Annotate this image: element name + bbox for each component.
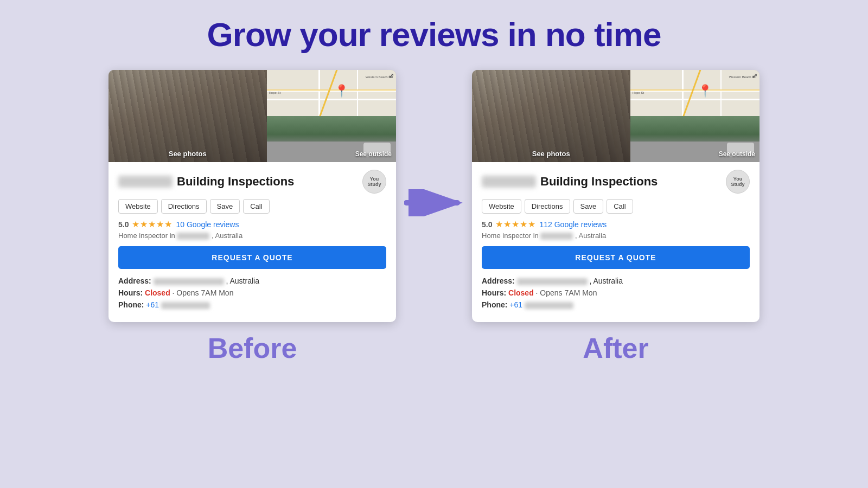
before-google-card: See photos Wes xyxy=(108,70,396,322)
after-call-btn[interactable]: Call xyxy=(607,199,633,214)
before-map-pin: 📍 xyxy=(334,85,349,97)
before-action-buttons: Website Directions Save Call xyxy=(118,199,386,214)
after-business-name-row: Building Inspections xyxy=(482,175,658,189)
after-location-blur xyxy=(540,233,573,240)
after-label: After xyxy=(583,332,648,364)
after-phone-row: Phone: +61 xyxy=(482,300,750,309)
before-call-btn[interactable]: Call xyxy=(243,199,269,214)
after-business-name: Building Inspections xyxy=(540,175,658,189)
before-street-photo: See outside xyxy=(267,116,397,162)
page-title: Grow your reviews in no time xyxy=(207,15,661,54)
after-card-wrapper: See photos Western Beach Rd xyxy=(472,70,760,364)
before-see-outside-label[interactable]: See outside xyxy=(355,150,392,158)
after-map-pin: 📍 xyxy=(698,85,712,97)
before-photo-left: See photos xyxy=(108,70,267,162)
after-business-type: Home inspector in , Australia xyxy=(482,232,750,240)
before-see-photos-label[interactable]: See photos xyxy=(169,150,207,158)
before-opens-text: · Opens 7AM Mon xyxy=(173,288,234,297)
before-business-header: Building Inspections YouStudy xyxy=(118,170,386,194)
before-card-wrapper: See photos Wes xyxy=(108,70,396,364)
before-card-body: Building Inspections YouStudy Website Di… xyxy=(108,162,396,322)
before-address-blur xyxy=(154,278,224,285)
before-website-btn[interactable]: Website xyxy=(118,199,158,214)
before-logo: YouStudy xyxy=(362,170,386,194)
before-stars: ★★★★★ xyxy=(132,219,173,229)
after-phone-link[interactable]: +61 xyxy=(509,300,522,309)
after-street-photo: See outside xyxy=(630,116,760,162)
before-blurred-name xyxy=(118,176,173,188)
before-phone-row: Phone: +61 xyxy=(118,300,386,309)
before-photo-strip: See photos Wes xyxy=(108,70,396,162)
after-see-photos-label[interactable]: See photos xyxy=(532,150,570,158)
after-rating: 5.0 xyxy=(482,220,492,229)
before-save-btn[interactable]: Save xyxy=(210,199,240,214)
before-map: Western Beach Rd Hope St 📍 ⤢ xyxy=(267,70,397,116)
before-label: Before xyxy=(208,332,297,364)
before-phone-blur xyxy=(161,302,210,309)
before-business-name-row: Building Inspections xyxy=(118,175,294,189)
after-map-expand[interactable]: ⤢ xyxy=(752,72,757,80)
before-location-blur xyxy=(177,233,209,240)
after-card-body: Building Inspections YouStudy Website Di… xyxy=(472,162,760,322)
after-directions-btn[interactable]: Directions xyxy=(525,199,570,214)
before-rating: 5.0 xyxy=(118,220,129,229)
direction-arrow xyxy=(404,189,464,216)
before-photo-right: Western Beach Rd Hope St 📍 ⤢ See outside xyxy=(267,70,397,162)
after-save-btn[interactable]: Save xyxy=(573,199,604,214)
after-address-row: Address: , Australia xyxy=(482,277,750,285)
cards-comparison-row: See photos Wes xyxy=(0,70,868,364)
before-business-type: Home inspector in , Australia xyxy=(118,232,386,240)
arrow-container xyxy=(396,189,472,216)
after-reviews-link[interactable]: 112 Google reviews xyxy=(539,220,607,229)
before-reviews-row: 5.0 ★★★★★ 10 Google reviews xyxy=(118,219,386,229)
after-address-blur xyxy=(517,278,588,285)
after-hours-row: Hours: Closed · Opens 7AM Mon xyxy=(482,288,750,297)
after-request-quote-btn[interactable]: REQUEST A QUOTE xyxy=(482,246,750,269)
after-business-header: Building Inspections YouStudy xyxy=(482,170,750,194)
before-reviews-link[interactable]: 10 Google reviews xyxy=(176,220,239,229)
after-website-btn[interactable]: Website xyxy=(482,199,521,214)
after-closed-text: Closed xyxy=(508,288,534,297)
after-opens-text: · Opens 7AM Mon xyxy=(536,288,597,297)
after-photo-left: See photos xyxy=(472,70,630,162)
after-blurred-name xyxy=(482,176,536,188)
before-address-row: Address: , Australia xyxy=(118,277,386,285)
before-hours-row: Hours: Closed · Opens 7AM Mon xyxy=(118,288,386,297)
after-phone-blur xyxy=(525,302,573,309)
after-logo: YouStudy xyxy=(726,170,750,194)
after-map: Western Beach Rd Hope St 📍 ⤢ xyxy=(630,70,760,116)
after-action-buttons: Website Directions Save Call xyxy=(482,199,750,214)
after-google-card: See photos Western Beach Rd xyxy=(472,70,760,322)
before-map-expand[interactable]: ⤢ xyxy=(388,72,394,80)
before-request-quote-btn[interactable]: REQUEST A QUOTE xyxy=(118,246,386,269)
after-reviews-row: 5.0 ★★★★★ 112 Google reviews xyxy=(482,219,750,229)
after-stars: ★★★★★ xyxy=(495,219,536,229)
before-directions-btn[interactable]: Directions xyxy=(161,199,207,214)
before-business-name: Building Inspections xyxy=(177,175,294,189)
after-photo-right: Western Beach Rd Hope St 📍 ⤢ See outside xyxy=(630,70,760,162)
before-closed-text: Closed xyxy=(145,288,170,297)
before-phone-link[interactable]: +61 xyxy=(146,300,159,309)
after-see-outside-label[interactable]: See outside xyxy=(719,150,755,158)
after-photo-strip: See photos Western Beach Rd xyxy=(472,70,760,162)
